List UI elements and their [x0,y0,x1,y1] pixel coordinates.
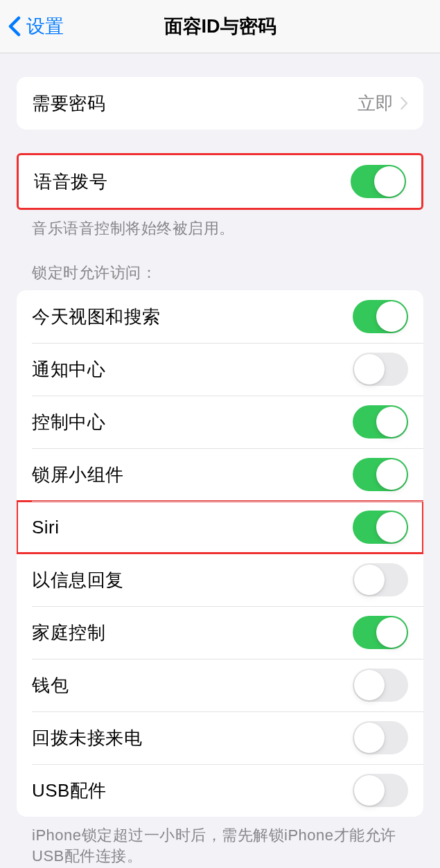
lock-access-toggle[interactable] [353,458,408,491]
lock-access-toggle[interactable] [353,616,408,649]
chevron-right-icon [401,96,408,110]
lock-access-label: 今天视图和搜索 [32,305,161,329]
lock-access-toggle[interactable] [353,511,408,544]
page-title: 面容ID与密码 [164,14,276,39]
lock-access-row: 钱包 [17,659,423,711]
back-button[interactable]: 设置 [0,14,64,39]
voice-dial-row: 语音拨号 [19,155,421,208]
lock-access-toggle[interactable] [353,353,408,386]
lock-access-label: 回拨未接来电 [32,726,142,750]
lock-access-row: 锁屏小组件 [17,448,423,501]
voice-dial-toggle[interactable] [351,165,406,198]
require-passcode-label: 需要密码 [32,91,105,116]
require-passcode-group: 需要密码 立即 [17,77,423,130]
toggle-knob [354,565,385,595]
row-value: 立即 [358,91,408,116]
require-passcode-row[interactable]: 需要密码 立即 [17,77,423,130]
require-passcode-value: 立即 [358,91,394,116]
lock-access-label: 通知中心 [32,357,105,382]
lock-access-row: 以信息回复 [17,553,423,606]
lock-access-label: USB配件 [32,779,107,803]
lock-access-row: 回拨未接来电 [17,711,423,764]
toggle-knob [354,775,385,806]
lock-access-label: 家庭控制 [32,621,105,645]
lock-access-toggle[interactable] [353,405,408,439]
lock-access-header: 锁定时允许访问： [17,239,423,290]
lock-access-label: 控制中心 [32,410,105,434]
back-label: 设置 [26,14,64,39]
lock-access-toggle[interactable] [353,668,408,702]
lock-access-footer: iPhone锁定超过一小时后，需先解锁iPhone才能允许USB配件连接。 [17,817,423,867]
toggle-knob [374,166,405,197]
voice-dial-footer: 音乐语音控制将始终被启用。 [17,210,423,239]
voice-dial-label: 语音拨号 [34,170,107,194]
lock-access-toggle[interactable] [353,300,408,333]
lock-access-label: 锁屏小组件 [32,463,124,487]
lock-access-toggle[interactable] [353,563,408,596]
lock-access-row: USB配件 [17,764,423,817]
lock-access-label: Siri [32,517,60,538]
lock-access-label: 钱包 [32,673,69,698]
toggle-knob [354,670,385,700]
lock-access-group: 今天视图和搜索通知中心控制中心锁屏小组件Siri以信息回复家庭控制钱包回拨未接来… [17,290,423,817]
toggle-knob [354,354,385,384]
toggle-knob [354,723,385,753]
lock-access-toggle[interactable] [353,774,408,807]
lock-access-row: 今天视图和搜索 [17,290,423,343]
lock-access-row: Siri [17,501,423,553]
nav-header: 设置 面容ID与密码 [0,0,440,53]
lock-access-label: 以信息回复 [32,568,124,592]
toggle-knob [376,407,407,437]
toggle-knob [376,512,407,542]
lock-access-row: 控制中心 [17,396,423,448]
lock-access-row: 家庭控制 [17,606,423,659]
toggle-knob [376,459,407,490]
voice-dial-group: 语音拨号 [17,153,423,210]
toggle-knob [376,301,407,332]
lock-access-row: 通知中心 [17,343,423,396]
chevron-left-icon [8,16,21,37]
lock-access-toggle[interactable] [353,721,408,754]
toggle-knob [376,617,407,648]
